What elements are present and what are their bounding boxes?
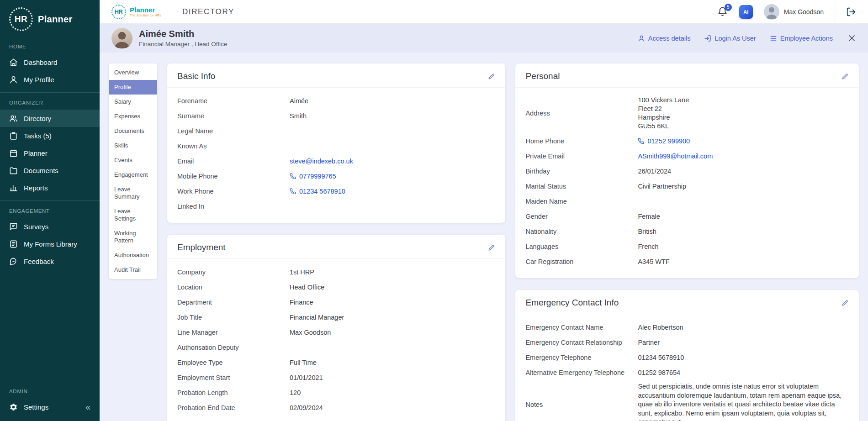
phone-link[interactable]: 0779999765 bbox=[290, 173, 495, 180]
field-value: Full Time bbox=[290, 359, 495, 366]
notifications-button[interactable]: 5 bbox=[717, 6, 728, 17]
card-header: Emergency Contact Info bbox=[515, 290, 859, 314]
tab-skills[interactable]: Skills bbox=[109, 138, 157, 153]
action-label: Login As User bbox=[715, 35, 756, 42]
field-row: NationalityBritish bbox=[525, 224, 849, 239]
sidebar-item-tasks[interactable]: Tasks (5) bbox=[0, 127, 100, 144]
phone-link[interactable]: 01234 5678910 bbox=[290, 188, 495, 195]
edit-pencil-icon[interactable] bbox=[841, 299, 849, 307]
field-label: Home Phone bbox=[525, 137, 638, 145]
field-row: Linked In bbox=[177, 199, 495, 214]
field-label: Languages bbox=[525, 243, 638, 250]
field-label: Employment Start bbox=[177, 374, 290, 381]
field-row: Maiden Name bbox=[525, 194, 849, 209]
field-label: Probation End Date bbox=[177, 404, 290, 411]
sidebar-item-dashboard[interactable]: Dashboard bbox=[0, 53, 100, 71]
tab-expenses[interactable]: Expenses bbox=[109, 109, 157, 124]
card-header: Employment bbox=[167, 235, 505, 259]
person-icon bbox=[638, 35, 645, 42]
field-label: Email bbox=[177, 158, 290, 165]
logout-icon[interactable] bbox=[846, 7, 856, 17]
sidebar-item-feedback[interactable]: Feedback bbox=[0, 253, 100, 270]
field-label: Emergency Contact Name bbox=[525, 324, 638, 331]
field-row: Private EmailASmith999@hotmail.com bbox=[525, 148, 849, 163]
field-value: Smith bbox=[290, 112, 495, 120]
tab-documents[interactable]: Documents bbox=[109, 124, 157, 138]
field-value: 01234 5678910 bbox=[638, 354, 849, 361]
sidebar-item-my-profile[interactable]: My Profile bbox=[0, 71, 100, 88]
sidebar-spacer bbox=[0, 270, 100, 377]
field-value: 26/01/2024 bbox=[638, 168, 849, 175]
field-row: Employment Start01/01/2021 bbox=[177, 370, 495, 385]
tab-leave-settings[interactable]: Leave Settings bbox=[109, 204, 157, 226]
sidebar-item-label: My Forms Library bbox=[24, 240, 77, 248]
tab-salary[interactable]: Salary bbox=[109, 95, 157, 109]
email-link[interactable]: ASmith999@hotmail.com bbox=[638, 153, 849, 160]
sidebar-item-label: Dashboard bbox=[24, 58, 57, 66]
sidebar-item-documents[interactable]: Documents bbox=[0, 162, 100, 179]
phone-icon bbox=[290, 188, 296, 195]
field-row: Probation Length120 bbox=[177, 385, 495, 400]
tab-events[interactable]: Events bbox=[109, 153, 157, 168]
sidebar-item-planner[interactable]: Planner bbox=[0, 144, 100, 162]
sidebar-item-directory[interactable]: Directory bbox=[0, 110, 100, 127]
feedback-icon bbox=[9, 257, 18, 266]
home-icon bbox=[9, 58, 18, 67]
collapse-sidebar-button[interactable]: « bbox=[85, 402, 90, 411]
employment-card: Employment Company1st HRP LocationHead O… bbox=[167, 235, 505, 421]
section-label-organizer: ORGANIZER bbox=[0, 93, 100, 110]
tab-authorisation[interactable]: Authorisation bbox=[109, 248, 157, 263]
edit-pencil-icon[interactable] bbox=[487, 244, 495, 252]
employee-avatar bbox=[111, 28, 132, 49]
access-details-button[interactable]: Access details bbox=[638, 35, 691, 42]
card-body: Company1st HRP LocationHead Office Depar… bbox=[167, 259, 505, 421]
sidebar: HR Planner HOME Dashboard My Profile ORG… bbox=[0, 0, 100, 421]
user-name: Max Goodson bbox=[784, 8, 824, 16]
field-value: Alec Robertson bbox=[638, 324, 849, 331]
hr-logo-badge: HR bbox=[9, 7, 33, 31]
gear-icon bbox=[9, 403, 18, 411]
sidebar-item-surveys[interactable]: Surveys bbox=[0, 218, 100, 235]
tab-overview[interactable]: Overview bbox=[109, 65, 157, 80]
tab-working-pattern[interactable]: Working Pattern bbox=[109, 226, 157, 248]
tab-engagement[interactable]: Engagement bbox=[109, 168, 157, 182]
field-row: Emergency Contact NameAlec Robertson bbox=[525, 320, 849, 335]
chat-icon bbox=[9, 222, 18, 231]
login-as-user-button[interactable]: Login As User bbox=[704, 35, 756, 42]
user-menu[interactable]: Max Goodson bbox=[764, 4, 824, 20]
tab-profile[interactable]: Profile bbox=[109, 80, 157, 95]
card-title: Emergency Contact Info bbox=[525, 298, 619, 308]
field-label: Notes bbox=[525, 401, 638, 408]
edit-pencil-icon[interactable] bbox=[841, 73, 849, 80]
field-row: Emergency Telephone01234 5678910 bbox=[525, 350, 849, 365]
forms-icon bbox=[9, 240, 18, 248]
field-row: Known As bbox=[177, 138, 495, 153]
phone-number: 01234 5678910 bbox=[299, 188, 345, 195]
tab-audit-trail[interactable]: Audit Trail bbox=[109, 263, 157, 277]
field-label: Job Title bbox=[177, 314, 290, 321]
phone-number: 0779999765 bbox=[299, 173, 336, 180]
employee-actions-button[interactable]: Employee Actions bbox=[770, 35, 833, 42]
employee-identity: Aimée Smith Financial Manager , Head Off… bbox=[139, 29, 227, 47]
tab-leave-summary[interactable]: Leave Summary bbox=[109, 182, 157, 204]
sidebar-item-my-forms-library[interactable]: My Forms Library bbox=[0, 235, 100, 253]
field-label: Work Phone bbox=[177, 188, 290, 195]
ai-assistant-button[interactable]: AI bbox=[739, 5, 753, 19]
phone-link[interactable]: 01252 999900 bbox=[638, 137, 849, 145]
action-label: Access details bbox=[648, 35, 691, 42]
field-row: Line ManagerMax Goodson bbox=[177, 325, 495, 340]
email-link[interactable]: steve@indexeb.co.uk bbox=[290, 158, 495, 165]
profile-content: Overview Profile Salary Expenses Documen… bbox=[100, 53, 868, 421]
field-label: Company bbox=[177, 268, 290, 276]
field-row: Employee TypeFull Time bbox=[177, 355, 495, 370]
brand-hr-badge: HR bbox=[111, 5, 126, 19]
close-icon[interactable] bbox=[847, 34, 856, 42]
sidebar-item-settings[interactable]: Settings « bbox=[0, 398, 100, 416]
edit-pencil-icon[interactable] bbox=[487, 73, 495, 80]
sidebar-item-label: My Profile bbox=[24, 76, 54, 84]
sidebar-item-label: Feedback bbox=[24, 258, 54, 265]
field-label: Alternative Emergency Telephone bbox=[525, 369, 638, 376]
field-value: Financial Manager bbox=[290, 314, 495, 321]
card-body: Emergency Contact NameAlec Robertson Eme… bbox=[515, 314, 859, 421]
sidebar-item-reports[interactable]: Reports bbox=[0, 179, 100, 196]
